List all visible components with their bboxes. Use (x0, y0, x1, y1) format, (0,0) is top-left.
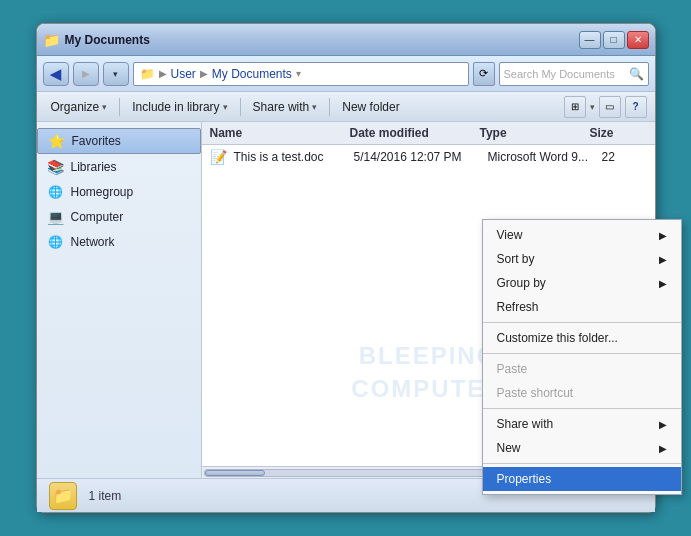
toolbar-separator-2 (240, 98, 241, 116)
context-menu: View ▶ Sort by ▶ Group by ▶ Refresh Cust… (482, 219, 682, 495)
toolbar: Organize ▾ Include in library ▾ Share wi… (37, 92, 655, 122)
path-sep1: ▶ (159, 68, 167, 79)
ctx-sort-by-arrow: ▶ (659, 254, 667, 265)
window-icon: 📁 (43, 32, 61, 48)
new-folder-button[interactable]: New folder (336, 96, 405, 118)
ctx-group-by-label: Group by (497, 276, 546, 290)
sidebar-network-label: Network (71, 235, 115, 249)
ctx-group-by[interactable]: Group by ▶ (483, 271, 681, 295)
path-mydocs[interactable]: My Documents (212, 67, 292, 81)
status-item-count: 1 item (89, 489, 122, 503)
ctx-view[interactable]: View ▶ (483, 223, 681, 247)
ctx-properties[interactable]: Properties (483, 467, 681, 491)
address-bar: ◀ ▶ ▾ 📁 ▶ User ▶ My Documents ▾ ⟳ Search… (37, 56, 655, 92)
ctx-refresh[interactable]: Refresh (483, 295, 681, 319)
sidebar: ⭐ Favorites 📚 Libraries 🌐 Homegroup 💻 Co… (37, 122, 202, 478)
col-header-size[interactable]: Size (590, 126, 647, 140)
ctx-share-with-label: Share with (497, 417, 554, 431)
scroll-thumb[interactable] (205, 470, 265, 476)
file-name-cell: 📝 This is a test.doc (210, 149, 350, 165)
include-library-label: Include in library (132, 100, 219, 114)
forward-button[interactable]: ▶ (73, 62, 99, 86)
file-icon: 📝 (210, 149, 228, 165)
include-library-chevron: ▾ (223, 102, 228, 112)
ctx-paste[interactable]: Paste (483, 357, 681, 381)
search-icon[interactable]: 🔍 (629, 67, 644, 81)
network-icon: 🌐 (47, 234, 65, 250)
refresh-button[interactable]: ⟳ (473, 62, 495, 86)
file-size-cell: 22 (602, 150, 647, 164)
share-with-chevron: ▾ (312, 102, 317, 112)
ctx-sep-2 (483, 353, 681, 354)
window-title: My Documents (65, 33, 150, 47)
sidebar-favorites-label: Favorites (72, 134, 121, 148)
minimize-button[interactable]: — (579, 31, 601, 49)
path-bar[interactable]: 📁 ▶ User ▶ My Documents ▾ (133, 62, 469, 86)
ctx-sort-by[interactable]: Sort by ▶ (483, 247, 681, 271)
views-button[interactable]: ⊞ (564, 96, 586, 118)
toolbar-separator-1 (119, 98, 120, 116)
help-button[interactable]: ? (625, 96, 647, 118)
share-with-button[interactable]: Share with ▾ (247, 96, 324, 118)
ctx-sep-1 (483, 322, 681, 323)
col-header-name[interactable]: Name (210, 126, 350, 140)
sidebar-item-computer[interactable]: 💻 Computer (37, 205, 201, 229)
share-with-label: Share with (253, 100, 310, 114)
col-header-date[interactable]: Date modified (350, 126, 480, 140)
search-box[interactable]: Search My Documents 🔍 (499, 62, 649, 86)
file-name: This is a test.doc (234, 150, 324, 164)
new-folder-label: New folder (342, 100, 399, 114)
title-bar-left: 📁 My Documents (43, 32, 150, 48)
back-button[interactable]: ◀ (43, 62, 69, 86)
title-bar: 📁 My Documents — □ ✕ (37, 24, 655, 56)
file-type-cell: Microsoft Word 9... (488, 150, 598, 164)
explorer-window: 📁 My Documents — □ ✕ ◀ ▶ ▾ 📁 ▶ User ▶ My… (36, 23, 656, 513)
path-root-icon: 📁 (140, 67, 155, 81)
homegroup-icon: 🌐 (47, 184, 65, 200)
preview-pane-button[interactable]: ▭ (599, 96, 621, 118)
ctx-customize-label: Customize this folder... (497, 331, 618, 345)
ctx-view-label: View (497, 228, 523, 242)
sidebar-item-favorites[interactable]: ⭐ Favorites (37, 128, 201, 154)
view-arrow[interactable]: ▾ (590, 102, 595, 112)
computer-icon: 💻 (47, 209, 65, 225)
ctx-paste-label: Paste (497, 362, 528, 376)
ctx-new[interactable]: New ▶ (483, 436, 681, 460)
ctx-new-label: New (497, 441, 521, 455)
ctx-paste-shortcut[interactable]: Paste shortcut (483, 381, 681, 405)
sidebar-item-libraries[interactable]: 📚 Libraries (37, 155, 201, 179)
sidebar-computer-label: Computer (71, 210, 124, 224)
table-row[interactable]: 📝 This is a test.doc 5/14/2016 12:07 PM … (202, 145, 655, 169)
include-library-button[interactable]: Include in library ▾ (126, 96, 233, 118)
sidebar-homegroup-label: Homegroup (71, 185, 134, 199)
ctx-share-with-arrow: ▶ (659, 419, 667, 430)
search-placeholder: Search My Documents (504, 68, 625, 80)
favorites-icon: ⭐ (48, 133, 66, 149)
ctx-paste-shortcut-label: Paste shortcut (497, 386, 574, 400)
ctx-view-arrow: ▶ (659, 230, 667, 241)
toolbar-separator-3 (329, 98, 330, 116)
maximize-button[interactable]: □ (603, 31, 625, 49)
path-user[interactable]: User (171, 67, 196, 81)
file-header: Name Date modified Type Size (202, 122, 655, 145)
organize-button[interactable]: Organize ▾ (45, 96, 114, 118)
path-sep2: ▶ (200, 68, 208, 79)
ctx-sep-3 (483, 408, 681, 409)
col-header-type[interactable]: Type (480, 126, 590, 140)
sidebar-item-network[interactable]: 🌐 Network (37, 230, 201, 254)
status-folder-icon: 📁 (49, 482, 77, 510)
close-button[interactable]: ✕ (627, 31, 649, 49)
toolbar-right: ⊞ ▾ ▭ ? (564, 96, 647, 118)
sidebar-item-homegroup[interactable]: 🌐 Homegroup (37, 180, 201, 204)
ctx-share-with[interactable]: Share with ▶ (483, 412, 681, 436)
organize-label: Organize (51, 100, 100, 114)
ctx-group-by-arrow: ▶ (659, 278, 667, 289)
organize-chevron: ▾ (102, 102, 107, 112)
ctx-customize[interactable]: Customize this folder... (483, 326, 681, 350)
sidebar-libraries-label: Libraries (71, 160, 117, 174)
ctx-refresh-label: Refresh (497, 300, 539, 314)
file-date-cell: 5/14/2016 12:07 PM (354, 150, 484, 164)
dropdown-button[interactable]: ▾ (103, 62, 129, 86)
title-bar-buttons: — □ ✕ (579, 31, 649, 49)
ctx-properties-label: Properties (497, 472, 552, 486)
